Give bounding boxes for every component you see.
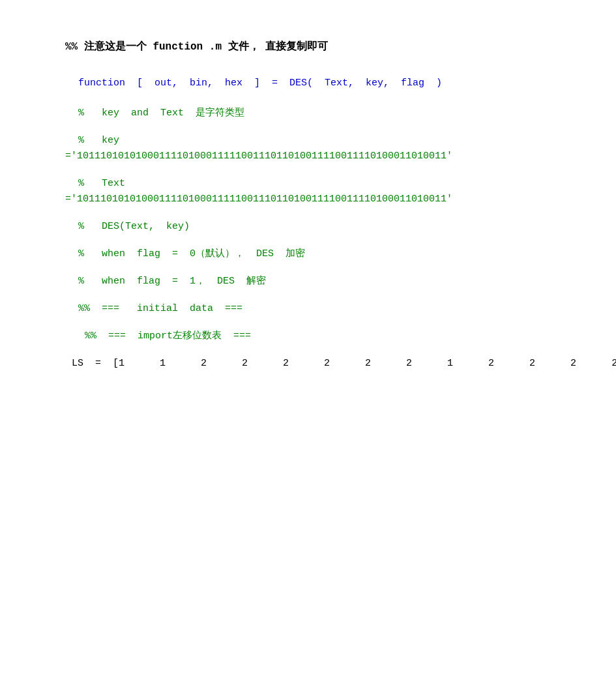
comment-key: % key xyxy=(65,133,564,149)
spacer-7 xyxy=(65,289,564,301)
header-comment: %% 注意这是一个 function .m 文件， 直接复制即可 xyxy=(52,39,564,56)
spacer-8 xyxy=(65,317,564,329)
comment-flag0: % when flag = 0（默认）， DES 加密 xyxy=(65,246,564,262)
spacer-4 xyxy=(65,207,564,219)
spacer-2 xyxy=(65,121,564,133)
section-initial: %% === initial data === xyxy=(65,301,564,317)
section-import: %% === import左移位数表 === xyxy=(65,329,564,344)
spacer-1 xyxy=(65,94,564,106)
spacer-6 xyxy=(65,262,564,274)
ls-line: LS = [1 1 2 2 2 2 2 2 1 2 2 2 2 2 2 1]; xyxy=(65,356,564,372)
page-container: %% 注意这是一个 function .m 文件， 直接复制即可 functio… xyxy=(0,0,616,689)
spacer-9 xyxy=(65,344,564,356)
comment-flag1: % when flag = 1， DES 解密 xyxy=(65,274,564,289)
comment-text: % Text xyxy=(65,176,564,192)
spacer-5 xyxy=(65,235,564,246)
key-value: ='10111010101000111101000111110011101101… xyxy=(65,149,564,164)
comment-key-text: % key and Text 是字符类型 xyxy=(65,106,564,121)
code-block: function [ out, bin, hex ] = DES( Text, … xyxy=(52,76,564,372)
function-declaration: function [ out, bin, hex ] = DES( Text, … xyxy=(65,76,564,91)
comment-des: % DES(Text, key) xyxy=(65,219,564,235)
text-value: ='10111010101000111101000111110011101101… xyxy=(65,192,564,207)
header-comment-text: %% 注意这是一个 function .m 文件， 直接复制即可 xyxy=(65,41,328,53)
spacer-3 xyxy=(65,164,564,176)
